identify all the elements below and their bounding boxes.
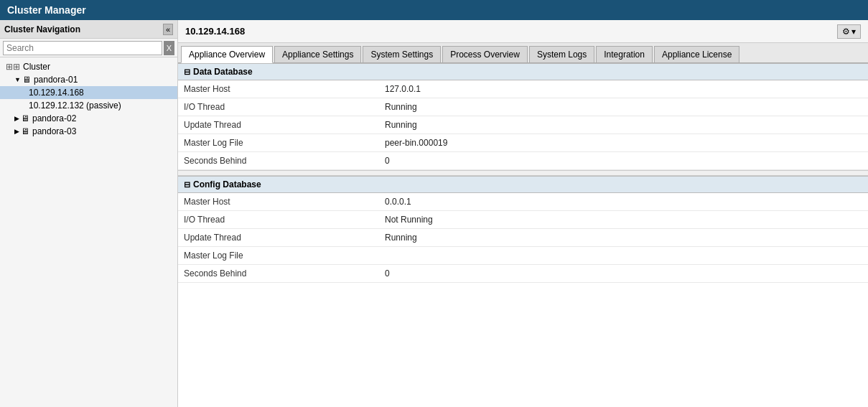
cluster-navigation-label: Cluster Navigation bbox=[4, 24, 80, 34]
section-collapse-icon: ⊟ bbox=[184, 180, 190, 190]
row-key: Update Thread bbox=[178, 116, 379, 134]
tree-item-label: 10.129.12.132 (passive) bbox=[29, 100, 121, 111]
tree-item[interactable]: ▼🖥pandora-01 bbox=[0, 73, 177, 86]
table-row: Update ThreadRunning bbox=[178, 116, 868, 134]
appliance-icon: 🖥 bbox=[22, 75, 31, 85]
table-row: I/O ThreadNot Running bbox=[178, 211, 868, 229]
row-key: I/O Thread bbox=[178, 98, 379, 116]
table-row: Seconds Behind0 bbox=[178, 265, 868, 283]
table-row: Seconds Behind0 bbox=[178, 152, 868, 170]
expand-icon: ▶ bbox=[14, 115, 19, 122]
section-title: Config Database bbox=[193, 179, 261, 190]
row-key: Seconds Behind bbox=[178, 265, 379, 283]
appliance-icon: 🖥 bbox=[21, 126, 29, 136]
content-area: 10.129.14.168 ⚙ ▾ Appliance OverviewAppl… bbox=[178, 20, 868, 407]
table-row: Master Host0.0.0.1 bbox=[178, 193, 868, 211]
data-table-1: Master Host0.0.0.1I/O ThreadNot RunningU… bbox=[178, 193, 868, 283]
row-value: 0 bbox=[379, 265, 868, 283]
section-collapse-icon: ⊟ bbox=[184, 67, 190, 77]
tree-item-label: 10.129.14.168 bbox=[29, 88, 84, 98]
row-key: Update Thread bbox=[178, 229, 379, 247]
tab-appliance-license[interactable]: Appliance License bbox=[654, 46, 739, 62]
row-key: Master Host bbox=[178, 80, 379, 98]
row-key: Seconds Behind bbox=[178, 152, 379, 170]
table-row: Update ThreadRunning bbox=[178, 229, 868, 247]
table-row: Master Host127.0.0.1 bbox=[178, 80, 868, 98]
row-value: Running bbox=[379, 98, 868, 116]
row-key: Master Log File bbox=[178, 134, 379, 152]
table-row: I/O ThreadRunning bbox=[178, 98, 868, 116]
tree-item[interactable]: 10.129.12.132 (passive) bbox=[0, 99, 177, 112]
content-header: 10.129.14.168 ⚙ ▾ bbox=[178, 20, 868, 43]
search-input[interactable] bbox=[3, 41, 162, 55]
tree-item[interactable]: ▶🖥pandora-03 bbox=[0, 125, 177, 138]
tab-integration[interactable]: Integration bbox=[596, 46, 653, 62]
row-value: 0 bbox=[379, 152, 868, 170]
main-layout: Cluster Navigation « X ⊞⊞Cluster▼🖥pandor… bbox=[0, 20, 868, 407]
tree-item-label: pandora-01 bbox=[34, 75, 78, 85]
page-title: 10.129.14.168 bbox=[185, 26, 245, 37]
row-key: Master Log File bbox=[178, 247, 379, 265]
tree-item[interactable]: ⊞⊞Cluster bbox=[0, 60, 177, 73]
row-key: I/O Thread bbox=[178, 211, 379, 229]
sidebar-header: Cluster Navigation « bbox=[0, 20, 177, 39]
expand-icon: ▶ bbox=[14, 128, 19, 135]
tab-system-logs[interactable]: System Logs bbox=[529, 46, 594, 62]
settings-gear-button[interactable]: ⚙ ▾ bbox=[837, 24, 861, 39]
tabs-bar: Appliance OverviewAppliance SettingsSyst… bbox=[178, 43, 868, 63]
tab-content: ⊟ Data DatabaseMaster Host127.0.0.1I/O T… bbox=[178, 63, 868, 407]
tree-item-label: pandora-02 bbox=[32, 113, 76, 123]
tab-process-overview[interactable]: Process Overview bbox=[442, 46, 528, 62]
tab-appliance-settings[interactable]: Appliance Settings bbox=[274, 46, 361, 62]
tree-item-label: Cluster bbox=[23, 62, 50, 72]
tree-item-label: pandora-03 bbox=[32, 126, 76, 136]
navigation-tree: ⊞⊞Cluster▼🖥pandora-0110.129.14.16810.129… bbox=[0, 57, 177, 407]
table-row: Master Log Filepeer-bin.000019 bbox=[178, 134, 868, 152]
expand-icon: ▼ bbox=[14, 76, 21, 83]
row-value: Running bbox=[379, 116, 868, 134]
section-header-1[interactable]: ⊟ Config Database bbox=[178, 176, 868, 193]
gear-icon: ⚙ bbox=[842, 27, 850, 37]
row-value: Running bbox=[379, 229, 868, 247]
row-value bbox=[379, 247, 868, 265]
appliance-icon: 🖥 bbox=[21, 113, 29, 123]
row-value: 0.0.0.1 bbox=[379, 193, 868, 211]
row-value: 127.0.0.1 bbox=[379, 80, 868, 98]
data-table-0: Master Host127.0.0.1I/O ThreadRunningUpd… bbox=[178, 80, 868, 170]
section-header-0[interactable]: ⊟ Data Database bbox=[178, 63, 868, 80]
sidebar: Cluster Navigation « X ⊞⊞Cluster▼🖥pandor… bbox=[0, 20, 178, 407]
table-row: Master Log File bbox=[178, 247, 868, 265]
sidebar-collapse-button[interactable]: « bbox=[163, 24, 173, 35]
tab-system-settings[interactable]: System Settings bbox=[363, 46, 441, 62]
search-bar: X bbox=[0, 39, 177, 57]
row-value: Not Running bbox=[379, 211, 868, 229]
tab-appliance-overview[interactable]: Appliance Overview bbox=[181, 46, 273, 63]
section-title: Data Database bbox=[193, 67, 253, 77]
chevron-down-icon: ▾ bbox=[851, 27, 856, 37]
tree-item[interactable]: ▶🖥pandora-02 bbox=[0, 112, 177, 125]
section-spacer bbox=[178, 170, 868, 176]
title-bar: Cluster Manager bbox=[0, 0, 868, 20]
tree-item[interactable]: 10.129.14.168 bbox=[0, 86, 177, 99]
cluster-icon: ⊞⊞ bbox=[6, 62, 20, 72]
search-clear-button[interactable]: X bbox=[164, 41, 174, 55]
row-key: Master Host bbox=[178, 193, 379, 211]
app-title: Cluster Manager bbox=[7, 4, 86, 16]
row-value: peer-bin.000019 bbox=[379, 134, 868, 152]
